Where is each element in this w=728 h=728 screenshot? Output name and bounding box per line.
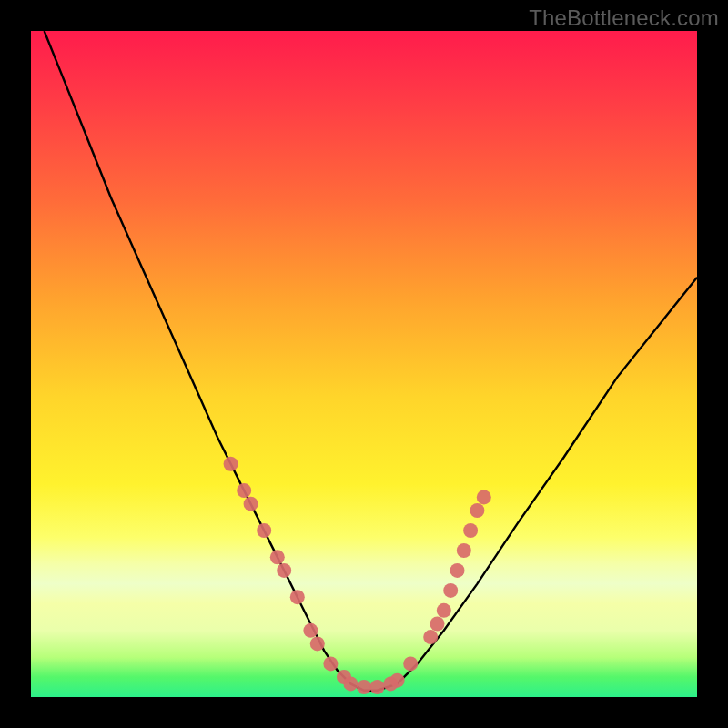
curve-marker (277, 563, 291, 578)
curve-marker (310, 636, 325, 651)
curve-marker (457, 543, 471, 558)
bottleneck-curve-path (45, 31, 697, 691)
watermark-text: TheBottleneck.com (529, 5, 719, 31)
curve-marker (450, 563, 465, 578)
chart-overlay (31, 31, 697, 697)
curve-marker (357, 680, 371, 694)
curve-marker (437, 603, 451, 618)
curve-marker (244, 497, 258, 511)
curve-marker (470, 503, 484, 518)
curve-marker (303, 623, 318, 638)
curve-marker (430, 617, 445, 632)
chart-frame: TheBottleneck.com (0, 0, 728, 728)
curve-marker (477, 490, 491, 504)
curve-marker (323, 656, 338, 671)
curve-marker (343, 676, 358, 691)
curve-marker (463, 523, 478, 538)
curve-marker (270, 550, 285, 564)
curve-marker (257, 523, 271, 538)
curve-marker (224, 457, 238, 471)
curve-marker (403, 656, 418, 671)
curve-marker (390, 673, 405, 688)
curve-marker (423, 630, 438, 644)
curve-marker (237, 483, 251, 498)
curve-marker (290, 590, 305, 604)
curve-marker (370, 680, 385, 694)
curve-marker (443, 583, 458, 598)
curve-markers-group (224, 457, 491, 694)
